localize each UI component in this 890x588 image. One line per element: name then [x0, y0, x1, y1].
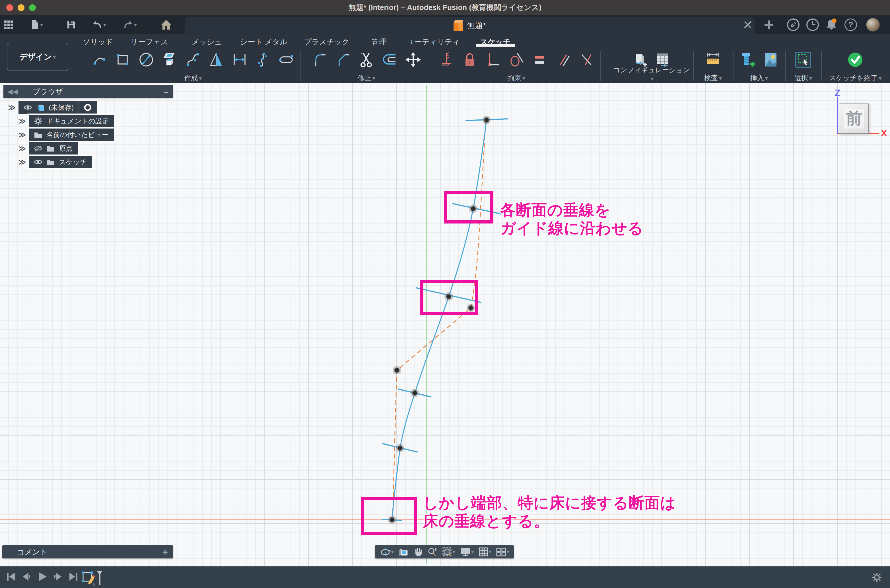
tangent-constraint-icon[interactable] — [508, 52, 525, 68]
tab-sheet-metal[interactable]: シート メタル — [238, 36, 290, 48]
grid-settings-icon[interactable] — [478, 547, 491, 557]
insert-fastener-icon[interactable] — [740, 52, 755, 68]
group-label-create[interactable]: 作成 — [85, 74, 301, 82]
pan-hand-icon[interactable] — [413, 547, 422, 557]
line-tool-icon[interactable] — [92, 52, 108, 68]
timeline-bar — [0, 566, 890, 588]
workspace-selector[interactable]: デザイン — [7, 43, 68, 71]
orbit-icon[interactable] — [380, 547, 394, 557]
timeline-settings-gear-icon[interactable] — [872, 572, 882, 584]
project-tool-icon[interactable] — [162, 52, 177, 68]
home-icon[interactable] — [158, 15, 174, 34]
zoom-window-icon[interactable] — [442, 547, 455, 557]
minimize-window-button[interactable] — [18, 4, 24, 11]
trim-scissors-icon[interactable] — [358, 52, 374, 68]
group-label-modify[interactable]: 修正 — [306, 74, 427, 82]
extensions-icon[interactable] — [785, 15, 801, 34]
fit-point-spline-icon[interactable] — [255, 52, 271, 68]
tab-solid[interactable]: ソリッド — [81, 36, 115, 48]
job-status-clock-icon[interactable] — [805, 15, 821, 34]
group-label-inspect[interactable]: 検査 — [696, 74, 730, 82]
fillet-tool-icon[interactable] — [312, 52, 328, 68]
close-window-button[interactable] — [6, 4, 13, 11]
dimension-tool-icon[interactable] — [232, 52, 248, 68]
browser-item-origin[interactable]: ≫ 原点 — [18, 142, 78, 154]
group-label-finish-sketch[interactable]: スケッチを終了 — [824, 74, 887, 82]
browser-item-named-views[interactable]: ≫ 名前の付いたビュー — [18, 129, 114, 141]
collapse-panel-icon[interactable]: ◀◀ — [8, 88, 18, 96]
tab-mesh[interactable]: メッシュ — [189, 36, 224, 48]
timeline-step-back-button[interactable] — [21, 572, 31, 583]
display-settings-icon[interactable] — [460, 548, 474, 556]
group-label-insert[interactable]: 挿入 — [736, 74, 782, 82]
activate-radio-icon[interactable] — [83, 103, 92, 112]
offset-tool-icon[interactable] — [382, 52, 398, 68]
help-icon[interactable] — [843, 15, 859, 34]
undo-button[interactable] — [90, 15, 109, 34]
viewcube-front-face[interactable]: 前 — [839, 104, 869, 134]
parallel-constraint-icon[interactable] — [555, 52, 571, 68]
app-grid-icon[interactable] — [2, 15, 15, 34]
rectangle-tool-icon[interactable] — [115, 52, 131, 68]
fullscreen-window-button[interactable] — [29, 4, 36, 11]
document-tab[interactable]: 無題* — [185, 17, 755, 34]
fix-constraint-icon[interactable] — [439, 52, 454, 68]
viewports-icon[interactable] — [496, 547, 509, 557]
mirror-tool-icon[interactable] — [208, 52, 224, 68]
chevron-expanded-icon[interactable]: ≫ — [8, 103, 16, 112]
minimize-panel-icon[interactable]: − — [163, 88, 168, 97]
chevron-collapsed-icon[interactable]: ≫ — [18, 117, 26, 126]
comments-bar[interactable]: コメント + — [2, 545, 173, 558]
timeline-sketch-feature[interactable] — [80, 569, 111, 587]
slot-tool-icon[interactable] — [278, 52, 294, 68]
browser-item-doc-settings[interactable]: ≫ ドキュメントの設定 — [18, 115, 114, 128]
chevron-collapsed-icon[interactable]: ≫ — [18, 158, 26, 166]
timeline-play-button[interactable] — [36, 571, 48, 584]
move-tool-icon[interactable] — [405, 52, 421, 68]
visibility-eye-icon[interactable] — [24, 103, 32, 112]
zoom-icon[interactable] — [427, 547, 437, 557]
measure-tool-icon[interactable] — [705, 52, 721, 68]
save-button[interactable] — [64, 15, 78, 34]
tab-manage[interactable]: 管理 — [369, 36, 388, 48]
chamfer-tool-icon[interactable] — [335, 52, 351, 68]
viewcube[interactable]: Z 前 X — [834, 85, 890, 142]
lock-constraint-icon[interactable] — [462, 52, 478, 68]
tab-utilities[interactable]: ユーティリティ — [404, 36, 462, 48]
sketch-points[interactable] — [388, 116, 491, 524]
spline-tool-icon[interactable] — [185, 52, 201, 68]
add-comment-icon[interactable]: + — [162, 546, 168, 558]
insert-image-icon[interactable] — [763, 52, 779, 68]
tab-surface[interactable]: サーフェス — [128, 36, 170, 48]
guide-polyline[interactable] — [392, 122, 486, 520]
equal-constraint-icon[interactable] — [532, 52, 548, 68]
timeline-step-forward-button[interactable] — [53, 572, 63, 583]
visibility-eye-icon[interactable] — [34, 158, 42, 166]
spline-curve[interactable] — [392, 120, 487, 520]
redo-button[interactable] — [121, 15, 140, 34]
chevron-collapsed-icon[interactable]: ≫ — [18, 130, 26, 140]
group-label-constraints[interactable]: 拘束 — [435, 74, 597, 82]
timeline-skip-end-button[interactable] — [68, 572, 78, 583]
finish-sketch-icon[interactable] — [847, 52, 863, 68]
user-avatar[interactable] — [865, 15, 881, 34]
perpendicular-constraint-icon[interactable] — [485, 52, 501, 68]
browser-panel-header[interactable]: ◀◀ ブラウザ − — [3, 85, 173, 98]
browser-item-document[interactable]: ≫ (未保存) — [8, 101, 97, 114]
normal-ticks[interactable] — [382, 119, 508, 520]
tab-plastic[interactable]: プラスチック — [302, 36, 352, 48]
group-label-select[interactable]: 選択 — [788, 74, 818, 82]
select-tool-icon[interactable] — [795, 52, 811, 68]
notifications-bell-icon[interactable] — [824, 15, 839, 34]
group-label-configuration[interactable]: コンフィギュレーション — [612, 65, 692, 82]
circle-tool-icon[interactable] — [138, 52, 154, 68]
new-tab-icon[interactable] — [761, 15, 777, 34]
close-tab-icon[interactable] — [740, 15, 756, 34]
visibility-off-icon[interactable] — [34, 144, 42, 153]
timeline-skip-start-button[interactable] — [6, 572, 16, 583]
collinear-constraint-icon[interactable] — [579, 52, 594, 68]
file-menu-button[interactable] — [29, 15, 45, 34]
chevron-collapsed-icon[interactable]: ≫ — [18, 144, 26, 153]
browser-item-sketches[interactable]: ≫ スケッチ — [18, 156, 92, 168]
look-at-icon[interactable] — [398, 548, 409, 556]
